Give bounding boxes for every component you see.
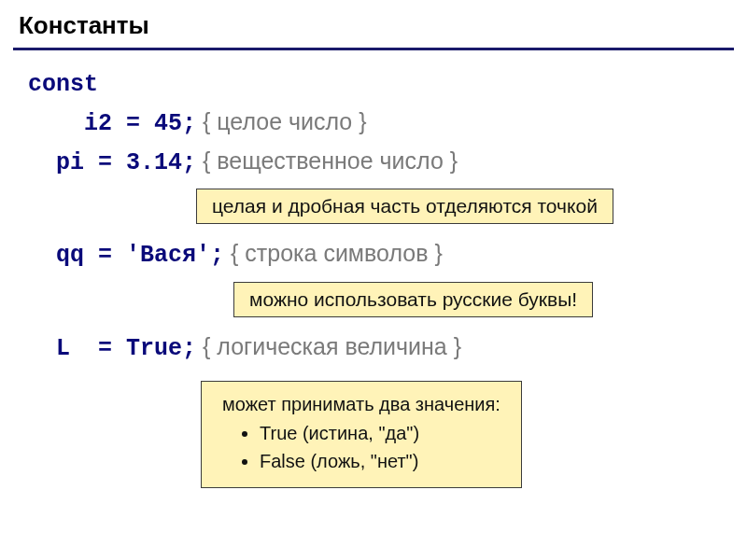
note-bool-intro: может принимать два значения:: [222, 391, 500, 418]
code-line-i2: i2 = 45; { целое число }: [28, 104, 719, 143]
code-const: const: [28, 67, 719, 104]
note-bool-false: False (ложь, "нет"): [260, 448, 500, 475]
code-l: L = True;: [28, 335, 196, 362]
keyword-const: const: [28, 71, 98, 98]
note-boolean-values: может принимать два значения: True (исти…: [201, 381, 522, 488]
code-line-qq: qq = 'Вася'; { строка символов }: [28, 235, 719, 274]
note-bool-list: True (истина, "да") False (ложь, "нет"): [222, 420, 500, 475]
note-russian-letters: можно использовать русские буквы!: [233, 282, 593, 317]
code-i2: i2 = 45;: [28, 110, 196, 137]
code-line-pi: pi = 3.14; { вещественное число }: [28, 143, 719, 182]
note-bool-true: True (истина, "да"): [260, 420, 500, 447]
code-line-l: L = True; { логическая величина }: [28, 329, 719, 368]
comment-i2: { целое число }: [196, 108, 367, 134]
slide-title: Константы: [0, 0, 747, 48]
note-decimal-point: целая и дробная часть отделяются точкой: [196, 189, 613, 224]
comment-pi: { вещественное число }: [196, 147, 458, 174]
code-qq: qq = 'Вася';: [28, 242, 224, 269]
comment-qq: { строка символов }: [224, 240, 443, 266]
code-pi: pi = 3.14;: [28, 149, 196, 176]
comment-l: { логическая величина }: [196, 333, 461, 359]
title-underline: [13, 48, 734, 50]
slide-body: const i2 = 45; { целое число } pi = 3.14…: [0, 67, 747, 488]
